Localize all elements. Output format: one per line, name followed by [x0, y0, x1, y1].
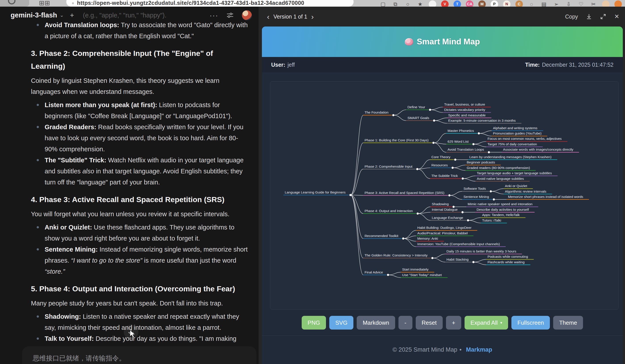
mindmap-toggle-circle[interactable]: [392, 114, 395, 116]
mindmap-toggle-circle[interactable]: [448, 194, 451, 196]
mindmap-node-label: Mimic native speaker speed and intonatio…: [468, 202, 532, 206]
translate-extension-icon[interactable]: T: [454, 0, 461, 7]
mindmap-node-label: Sentence Mining: [464, 195, 489, 198]
more-options-icon[interactable]: ···: [210, 11, 218, 20]
section-heading: 3. Phase 2: Comprehensible Input (The "E…: [31, 47, 249, 72]
expand-all-button[interactable]: Expand All▾: [465, 316, 508, 330]
mindmap-toggle-circle[interactable]: [472, 261, 474, 263]
user-avatar[interactable]: [242, 10, 252, 20]
paragraph: Coined by linguist Stephen Krashen, this…: [31, 75, 249, 97]
bookmark-star-icon[interactable]: ★: [416, 0, 424, 7]
mindmap-toggle-circle[interactable]: [472, 143, 474, 145]
ca-extension-icon[interactable]: CA: [466, 0, 473, 7]
mindmap-toggle-circle[interactable]: [433, 119, 435, 122]
monkey-extension-icon[interactable]: M: [478, 0, 486, 7]
notebook-extension-icon[interactable]: N: [503, 0, 510, 7]
text-segment: Talk to Yourself:: [45, 335, 94, 342]
mindmap-toggle-circle[interactable]: [429, 109, 431, 111]
mindmap-node-label: The Subtitle Trick: [431, 174, 458, 178]
pointer-icon[interactable]: ➢: [553, 0, 560, 7]
mindmap-toggle-circle[interactable]: [493, 198, 495, 200]
heart-extension-icon[interactable]: ♡: [577, 0, 585, 7]
mindmap-toggle-circle[interactable]: [432, 142, 435, 144]
tab-grid-icon[interactable]: ⊞⊞: [39, 0, 50, 7]
--button[interactable]: -: [399, 316, 412, 330]
mindmap-node-label: Beginner podcasts: [467, 160, 495, 164]
split-view-icon[interactable]: ▢: [379, 0, 387, 7]
mindmap-toggle-circle[interactable]: [462, 211, 464, 213]
mindmap-toggle-circle[interactable]: [402, 237, 405, 240]
time-value: December 31, 2025 01:47:52: [542, 62, 614, 68]
panda-extension-icon[interactable]: P: [491, 0, 498, 7]
mindmap-canvas[interactable]: Language Learning Guide for BeginnersThe…: [270, 81, 619, 310]
mindmap-node-label: Software Tools: [464, 187, 486, 190]
mindmap-toggle-circle[interactable]: [490, 190, 492, 192]
bullet-item: The "Subtitle" Trick: Watch Netflix with…: [31, 155, 249, 188]
button-label: +: [452, 319, 455, 326]
next-version-button[interactable]: ›: [309, 12, 316, 21]
button-label: -: [405, 319, 406, 326]
mindmap-svg[interactable]: Language Learning Guide for BeginnersThe…: [270, 82, 618, 309]
download-icon[interactable]: [586, 13, 592, 20]
address-bar[interactable]: ▫ https://open-webui.yungtz2cdudatul.sit…: [66, 0, 354, 7]
mindmap-toggle-circle[interactable]: [488, 151, 490, 154]
close-icon[interactable]: ✕: [614, 13, 619, 20]
fullscreen-button[interactable]: Fullscreen: [511, 316, 550, 330]
ghost-extension-icon[interactable]: ◌: [528, 0, 535, 7]
mindmap-node-label: Target 75% of daily conversation: [488, 142, 537, 146]
png-button[interactable]: PNG: [302, 316, 326, 330]
new-chat-button[interactable]: +: [70, 11, 74, 19]
mask-extension-icon[interactable]: [429, 0, 436, 7]
share-icon[interactable]: ⧉: [392, 0, 399, 7]
mindmap-toggle-circle[interactable]: [467, 219, 469, 222]
chat-input[interactable]: 思维接口已就绪，请传输指令。: [22, 346, 256, 364]
chevron-down-icon[interactable]: ⌄: [60, 12, 64, 18]
mindmap-toggle-circle[interactable]: [454, 159, 456, 161]
copy-button[interactable]: Copy: [565, 13, 578, 20]
mindmap-link: [463, 178, 476, 181]
mindmap-link: [449, 196, 462, 199]
profile-avatar-icon[interactable]: [602, 0, 610, 7]
model-selector[interactable]: gemini-3-flash: [11, 11, 57, 19]
previous-version-button[interactable]: ‹: [264, 12, 272, 21]
mindmap-toggle-circle[interactable]: [431, 257, 434, 259]
sidepanel-icon[interactable]: ▤: [540, 0, 548, 7]
search-icon[interactable]: ○: [404, 0, 411, 7]
reset-button[interactable]: Reset: [416, 316, 443, 330]
flame-extension-icon[interactable]: [614, 0, 622, 7]
mindmap-node-label: Describe daily activities to yourself: [477, 208, 529, 211]
mindmap-toggle-circle[interactable]: [349, 194, 352, 196]
mindmap-node-label: Memory: Anki: [417, 237, 438, 240]
mindmap-toggle-circle[interactable]: [417, 213, 419, 215]
button-label: Markdown: [363, 319, 389, 326]
markdown-button[interactable]: Markdown: [357, 316, 395, 330]
controls-sliders-icon[interactable]: [226, 11, 234, 19]
--button[interactable]: +: [446, 316, 461, 330]
cookie-extension-icon[interactable]: C: [515, 0, 523, 7]
url-text[interactable]: https://open-webui.yungtz2cdudatul.site/…: [77, 0, 304, 6]
mindmap-toggle-circle[interactable]: [478, 132, 480, 135]
download-extension-icon[interactable]: ⇩: [565, 0, 572, 7]
mindmap-toggle-circle[interactable]: [451, 167, 454, 169]
markmap-link[interactable]: Markmap: [466, 346, 492, 353]
theme-button[interactable]: Theme: [553, 316, 583, 330]
fullscreen-expand-icon[interactable]: [600, 13, 606, 20]
svg-button[interactable]: SVG: [329, 316, 353, 330]
text-segment: The "Subtitle" Trick:: [45, 157, 106, 164]
mindmap-toggle-circle[interactable]: [462, 178, 464, 180]
mindmap-toggle-circle[interactable]: [387, 274, 389, 276]
scissors-extension-icon[interactable]: ✂: [590, 0, 597, 7]
bullet-dot: [37, 24, 39, 26]
mindmap-toggle-circle[interactable]: [416, 168, 418, 170]
v-extension-icon[interactable]: V: [441, 0, 449, 7]
mindmap-link: [417, 169, 430, 179]
text-segment: Sentence Mining:: [45, 246, 98, 253]
mindmap-link: [432, 254, 445, 258]
mindmap-node-label: Phase 4: Output and Interaction: [364, 209, 413, 213]
chat-panel: gemini-3-flash ⌄ + (e.g., "apple," "run,…: [0, 7, 259, 364]
mindmap-link: [350, 195, 363, 214]
mindmap-link: [350, 195, 363, 258]
button-label: Fullscreen: [517, 319, 544, 326]
mindmap-node-label: Avoid native language subtitles: [477, 177, 524, 180]
mindmap-link: [453, 165, 466, 168]
